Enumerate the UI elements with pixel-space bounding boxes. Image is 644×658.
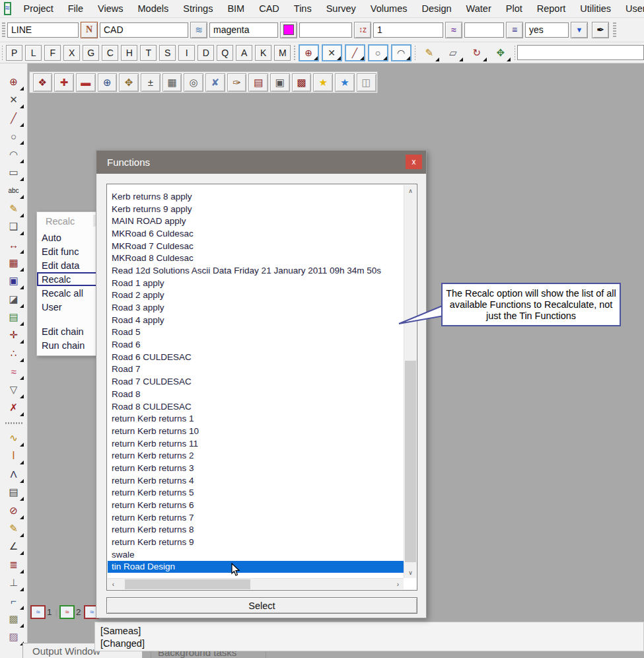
scroll-up-icon[interactable]: ∧	[404, 185, 417, 196]
function-list-item[interactable]: return Kerb returns 1	[108, 412, 404, 425]
snap-toggle-t[interactable]: T	[140, 45, 157, 61]
symbol-tool-icon[interactable]: ❑	[4, 218, 24, 235]
functions-dialog-titlebar[interactable]: Functions x	[96, 151, 426, 174]
function-list-item[interactable]: return Kerb returns 4	[108, 474, 404, 487]
window-layout-icon[interactable]: ◫	[357, 73, 376, 92]
breakline-input[interactable]	[525, 22, 569, 38]
function-list-item[interactable]: tin Road Design	[108, 561, 404, 573]
toolbar-grip[interactable]	[415, 46, 415, 60]
grid-tool-icon[interactable]: ▦	[4, 254, 24, 272]
favourite-blue-star-icon[interactable]: ★	[335, 73, 355, 92]
menu-item-bim[interactable]: BIM	[220, 3, 252, 14]
paste-string-icon[interactable]: ▱	[443, 44, 463, 61]
delete-point-icon[interactable]: ✗	[4, 399, 24, 416]
zoom-window-icon[interactable]: ▦	[162, 73, 182, 92]
function-list-item[interactable]: Kerb returns 9 apply	[108, 203, 404, 215]
print-icon[interactable]: ▤	[248, 73, 268, 92]
snap-toggle-k[interactable]: K	[255, 45, 271, 61]
node-snap-icon[interactable]: ✕	[322, 44, 342, 61]
view-utility-icon[interactable]: ▣	[4, 272, 24, 289]
function-list-item[interactable]: Road 3 apply	[108, 301, 404, 314]
favourite-yellow-star-icon[interactable]: ★	[313, 73, 333, 92]
scroll-down-icon[interactable]: ∨	[404, 567, 417, 578]
snap-toggle-a[interactable]: A	[236, 45, 252, 61]
scroll-right-icon[interactable]: ›	[392, 579, 404, 590]
menu-item-models[interactable]: Models	[131, 3, 176, 14]
image-frame-icon[interactable]: Ⅰ	[4, 447, 24, 464]
weight-input[interactable]	[373, 22, 443, 38]
function-list-item[interactable]: return Kerb returns 11	[108, 437, 404, 450]
linetype-input[interactable]	[464, 22, 504, 38]
move-tool-icon[interactable]: ✛	[4, 326, 24, 344]
delete-view-icon[interactable]: ✘	[205, 73, 225, 92]
measure-tool-icon[interactable]: ↔	[4, 237, 24, 254]
sheet-layout-icon[interactable]: ▩	[292, 73, 312, 92]
snap-toggle-x[interactable]: X	[63, 45, 80, 61]
app-logo-icon[interactable]: ≈	[4, 2, 11, 15]
scroll-left-icon[interactable]: ‹	[108, 579, 119, 590]
model-picker-icon[interactable]: ≋	[190, 22, 207, 38]
circle-tool-icon[interactable]: ○	[4, 128, 24, 145]
railway-tool-icon[interactable]: ≣	[4, 556, 24, 573]
function-list-item[interactable]: MKRoad 8 Culdesac	[108, 252, 404, 264]
function-list-item[interactable]: MKRoad 6 Culdesac	[108, 227, 404, 240]
function-list-item[interactable]: MAIN ROAD apply	[108, 215, 404, 227]
snap-toggle-m[interactable]: M	[274, 45, 291, 61]
menu-item-design[interactable]: Design	[414, 3, 458, 14]
line-tool-icon[interactable]: ╱	[4, 110, 24, 127]
view-tab-1-icon[interactable]: ≈	[30, 605, 46, 619]
function-list-item[interactable]: return Kerb returns 7	[108, 511, 404, 524]
copy-view-icon[interactable]: ▣	[270, 73, 290, 92]
function-list-item[interactable]: return Kerb returns 3	[108, 462, 404, 474]
function-list-item[interactable]: return Kerb returns 10	[108, 425, 404, 437]
menu-item-report[interactable]: Report	[530, 3, 573, 14]
function-list-item[interactable]: return Kerb returns 8	[108, 524, 404, 536]
toolbar-grip[interactable]	[613, 22, 616, 37]
design-tool-icon[interactable]: ⊥	[4, 574, 24, 591]
string-name-input[interactable]	[7, 22, 79, 38]
model-input[interactable]	[100, 22, 188, 38]
kerb-intersection-icon[interactable]: ⌐	[4, 593, 24, 610]
point-snap-icon[interactable]: ⊕	[299, 44, 319, 61]
toolbar-grip[interactable]	[2, 46, 3, 60]
breakline-dropdown-icon[interactable]: ▼	[571, 22, 588, 38]
colour-string-icon[interactable]: ≈	[4, 363, 24, 380]
redraw-icon[interactable]: ✑	[227, 73, 247, 92]
menu-item-utilities[interactable]: Utilities	[573, 3, 618, 14]
toolbar-grip[interactable]	[2, 22, 5, 37]
face-tool-icon[interactable]: ◪	[4, 291, 24, 308]
menu-item-project[interactable]: Project	[17, 3, 61, 14]
dialog-close-icon[interactable]: x	[406, 155, 422, 169]
text-tool-icon[interactable]: abc	[4, 182, 24, 199]
menu-item-tins[interactable]: Tins	[287, 3, 319, 14]
function-list-item[interactable]: MKRoad 7 Culdesac	[108, 240, 404, 252]
node-tool-icon[interactable]: ✕	[4, 91, 24, 108]
snap-toggle-d[interactable]: D	[197, 45, 214, 61]
image-tool-icon[interactable]: ▤	[4, 309, 24, 326]
menu-item-file[interactable]: File	[61, 3, 90, 14]
snap-toggle-s[interactable]: S	[159, 45, 176, 61]
horizontal-scroll-thumb[interactable]	[125, 579, 250, 589]
linetype-picker-icon[interactable]: ≡	[506, 22, 523, 38]
function-list-item[interactable]: Kerb returns 8 apply	[108, 190, 404, 203]
recalc-string-icon[interactable]: ✥	[491, 44, 511, 61]
function-list-item[interactable]: Road 1 apply	[108, 277, 404, 289]
menu-item-volumes[interactable]: Volumes	[363, 3, 415, 14]
function-list-item[interactable]: return Kerb returns 5	[108, 487, 404, 499]
function-list-item[interactable]: Road 8	[108, 388, 404, 400]
menu-item-cad[interactable]: CAD	[252, 3, 287, 14]
function-list-item[interactable]: return Kerb returns 9	[108, 536, 404, 548]
menu-item-user[interactable]: User	[618, 3, 644, 14]
line-snap-icon[interactable]: ╱	[345, 44, 365, 61]
colour-swatch-button[interactable]	[280, 22, 297, 38]
snap-toggle-l[interactable]: L	[25, 45, 42, 61]
function-list-item[interactable]: return Kerb returns 2	[108, 449, 404, 462]
survey-tool-icon[interactable]: Λ	[4, 466, 24, 483]
circle-snap-icon[interactable]: ○	[368, 44, 388, 61]
menu-item-water[interactable]: Water	[459, 3, 499, 14]
add-view-icon[interactable]: ✚	[54, 73, 74, 92]
function-list-item[interactable]: Road 7 CULDESAC	[108, 375, 404, 388]
snap-toggle-g[interactable]: G	[83, 45, 99, 61]
menu-item-strings[interactable]: Strings	[176, 3, 220, 14]
name-picker-button[interactable]: N	[81, 22, 98, 38]
